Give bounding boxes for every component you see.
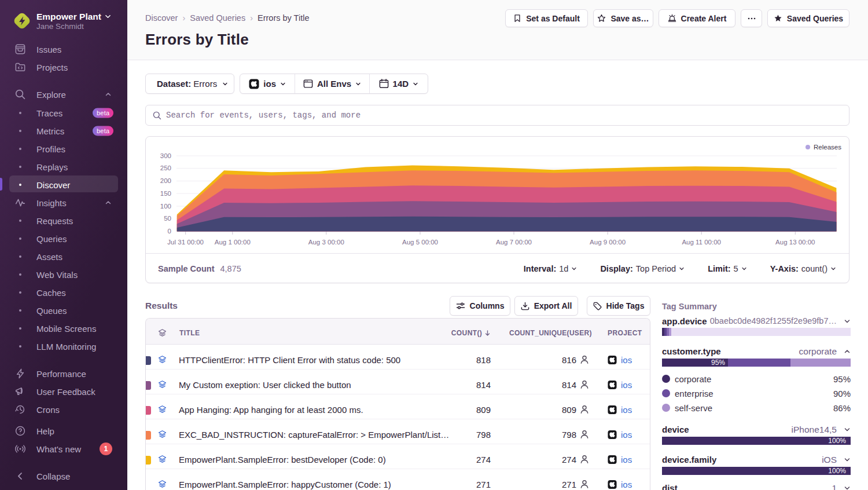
svg-text:250: 250	[160, 164, 171, 171]
svg-text:300: 300	[160, 152, 171, 159]
svg-text:Aug 11 00:00: Aug 11 00:00	[682, 239, 721, 246]
svg-text:Aug 1 00:00: Aug 1 00:00	[215, 239, 251, 246]
svg-text:Aug 9 00:00: Aug 9 00:00	[590, 239, 626, 246]
svg-text:100: 100	[160, 203, 171, 210]
svg-text:200: 200	[160, 177, 171, 184]
svg-text:50: 50	[164, 215, 171, 222]
svg-text:150: 150	[160, 190, 171, 197]
svg-text:Aug 7 00:00: Aug 7 00:00	[496, 239, 532, 246]
svg-text:Aug 5 00:00: Aug 5 00:00	[402, 239, 438, 246]
svg-text:0: 0	[168, 228, 171, 235]
svg-text:Aug 3 00:00: Aug 3 00:00	[308, 239, 344, 246]
svg-text:Jul 31 00:00: Jul 31 00:00	[167, 239, 204, 246]
svg-text:Aug 13 00:00: Aug 13 00:00	[775, 239, 815, 246]
